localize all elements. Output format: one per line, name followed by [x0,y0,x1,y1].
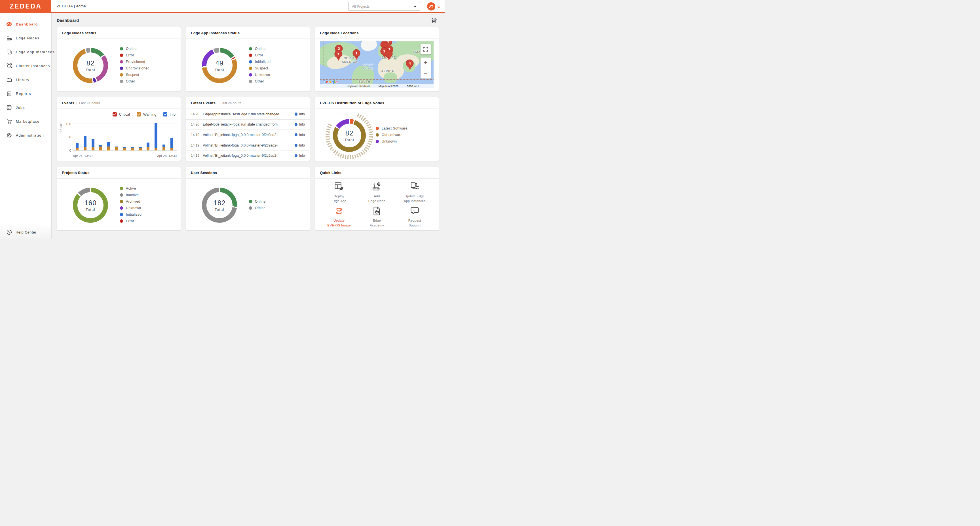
map-fullscreen-button[interactable] [420,44,431,54]
legend-item-online: Online [120,47,150,51]
legend-label: Error [255,53,263,57]
sidebar-item-library[interactable]: Library [0,73,51,87]
event-row[interactable]: 14:19VolInst 'BI_ieitank-fpga_0.0.0-mast… [186,151,310,161]
map-zoom-control: +− [420,57,431,78]
update-edge-app-instances-icon [409,181,420,192]
user-sessions-body: 182TotalOnlineOffline [186,179,310,230]
map-pin-1[interactable]: 1 [353,49,360,60]
event-row[interactable]: 14:20EdgeAppInstance 'TestEdge1' run sta… [186,109,310,119]
event-time: 14:20 [191,112,203,116]
landmass-greenland [360,41,378,52]
library-icon [6,77,12,83]
eve-os-legend: Latest SoftwareOld softwareUnknown [376,109,407,161]
project-filter-select[interactable]: All Projects [348,2,420,11]
quick-link-update-edge-app-instances[interactable]: Update EdgeApp Instances [396,180,434,204]
map-zoom-in-button[interactable]: + [420,57,431,68]
quick-link-label: RequestSupport [408,218,421,227]
quick-link-label: Update EdgeApp Instances [404,194,426,203]
card-eve-os-distribution: EVE-OS Distribution of Edge Nodes 82Tota… [315,97,439,161]
sidebar-item-edge-nodes[interactable]: Edge Nodes [0,31,51,45]
sidebar-item-label: Administration [16,133,44,137]
dashboard-filter-icon[interactable] [431,17,438,24]
quick-link-edge-academy[interactable]: EdgeAcademy [358,204,396,229]
sidebar-item-help-center[interactable]: Help Center [0,226,51,238]
dateline-dashed-line [323,41,324,67]
legend-item-old-software: Old software [376,133,407,137]
checkbox-info[interactable]: Info [163,112,175,116]
sidebar-item-edge-app-instances[interactable]: Edge App Instances [0,45,51,59]
map-pin-4[interactable]: 4 [406,59,414,70]
event-severity-label: Info [299,143,305,147]
zededa-logo[interactable]: ZEDEDA [0,0,51,13]
event-row[interactable]: 14:19VolInst 'BI_ieitank-fpga_0.0.0-mast… [186,140,310,151]
bar-warning-segment [146,147,150,151]
quick-link-deploy-edge-app[interactable]: DeployEdge App [320,180,358,204]
legend-label: Error [126,53,134,57]
main-content: Dashboard Edge Nodes Status 82TotalOnlin… [51,13,445,238]
quick-link-label: DeployEdge App [332,194,347,203]
zededa-logo-text: ZEDEDA [10,3,42,10]
event-severity-badge: Info [294,133,305,137]
legend-label: Unknown [255,73,270,77]
legend-label: Latest Software [382,126,407,130]
map-pin-1[interactable]: 1 [335,50,342,61]
legend-item-archived: Archived [120,200,142,203]
map-keyboard-shortcuts[interactable]: Keyboard shortcuts [345,84,372,87]
card-title: Quick Links [320,171,341,175]
jobs-icon [6,105,12,111]
event-severity-badge: Info [294,122,305,126]
sidebar-item-cluster-instances[interactable]: Cluster Instances [0,59,51,73]
card-title: Edge Nodes Status [62,31,96,35]
legend-dot [120,213,123,216]
sidebar-item-jobs[interactable]: Jobs [0,101,51,114]
legend-item-unprovisioned: Unprovisioned [120,66,150,70]
event-row[interactable]: 14:20EdgeNode 'ieitank-fpga' run state c… [186,119,310,130]
card-user-sessions: User Sessions 182TotalOnlineOffline [186,167,310,231]
card-subtitle: Last 24 hours [79,101,100,105]
legend-dot [376,127,379,130]
event-row[interactable]: 14:19VolInst 'BI_ieitank-fpga_0.0.0-mast… [186,130,310,140]
world-map[interactable]: NORTH AMERICASOUTH AMERICAAtlantic Ocean… [320,41,434,88]
sidebar-item-label: Marketplace [16,119,40,124]
sidebar-item-label: Jobs [16,106,25,110]
card-projects-status: Projects Status 160TotalActiveInactiveAr… [57,167,181,231]
donut-total-value: 82 [345,129,353,137]
sidebar-item-dashboard[interactable]: Dashboard [0,17,51,31]
map-pin[interactable] [385,50,393,60]
legend-dot [120,219,123,223]
legend-label: Initialized [126,213,142,216]
donut-total-value: 160 [84,199,96,207]
sidebar-item-marketplace[interactable]: Marketplace [0,114,51,129]
legend-label: Old software [382,133,402,137]
checkbox-warning[interactable]: Warning [137,112,156,116]
legend-label: Inactive [126,193,138,197]
info-dot-icon [294,123,298,126]
legend-dot [249,47,252,51]
legend-item-provisioned: Provisioned [120,60,150,64]
map-zoom-out-button[interactable]: − [420,68,431,79]
request-support-icon [409,205,420,216]
sidebar-item-administration[interactable]: Administration [0,129,51,142]
quick-link-add-edge-node[interactable]: AddEdge Node [358,180,396,204]
checkbox-critical[interactable]: Critical [113,112,130,116]
card-title: Projects Status [62,171,90,175]
card-title: User Sessions [191,171,217,175]
event-time: 14:19 [191,143,203,147]
card-title: EVE-OS Distribution of Edge Nodes [320,101,384,105]
avatar-chevron-icon[interactable] [437,5,441,10]
quick-link-request-support[interactable]: RequestSupport [396,204,434,229]
legend-label: Online [255,47,266,51]
sidebar-item-reports[interactable]: Reports [0,87,51,101]
legend-label: Online [255,200,266,203]
legend-label: Offline [255,206,266,210]
y-tick-50: 50 [60,135,71,139]
map-data-copyright: Map data ©2023 [376,84,401,87]
user-avatar[interactable]: AT [427,2,435,11]
legend-label: Suspect [126,73,139,77]
quick-link-update-eve-os-image[interactable]: EVEUpdateEVE-OS Image [320,204,358,229]
sidebar-item-label: Edge App Instances [16,50,54,54]
event-severity-badge: Info [294,143,305,147]
info-dot-icon [294,133,298,136]
dashboard-cards-grid: Edge Nodes Status 82TotalOnlineErrorProv… [57,27,439,231]
x-label-start: Apr 24, 13:30 [73,154,92,157]
